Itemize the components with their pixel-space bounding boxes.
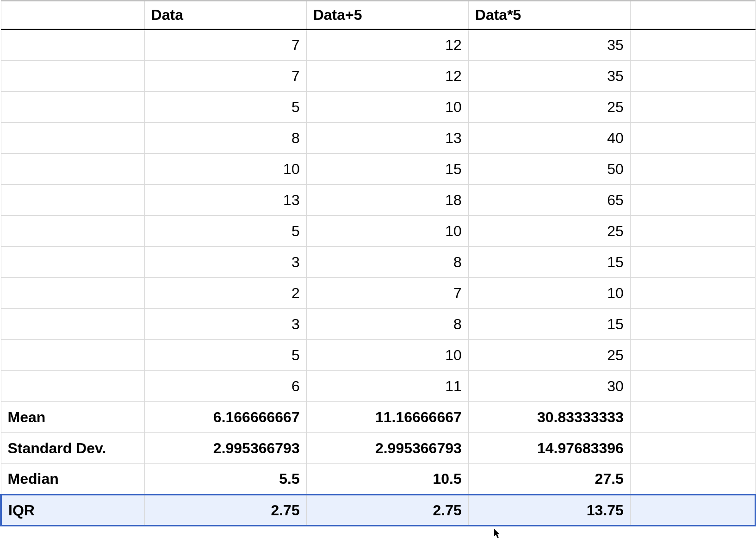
cell[interactable]: 7 <box>144 30 306 61</box>
cell[interactable] <box>1 30 144 61</box>
cell[interactable]: 10 <box>306 340 468 371</box>
table-row[interactable]: 6 11 30 <box>1 371 756 402</box>
cell-empty[interactable] <box>630 216 755 247</box>
cell[interactable]: 6 <box>144 371 306 402</box>
table-row[interactable]: 7 12 35 <box>1 30 756 61</box>
cell[interactable]: 3 <box>144 309 306 340</box>
cell[interactable] <box>1 278 144 309</box>
cell[interactable]: 5 <box>144 216 306 247</box>
cell-empty[interactable] <box>630 433 755 464</box>
summary-value[interactable]: 2.995366793 <box>306 433 468 464</box>
summary-label[interactable]: Standard Dev. <box>1 433 144 464</box>
cell[interactable] <box>1 340 144 371</box>
cell-empty[interactable] <box>630 247 755 278</box>
cell-empty[interactable] <box>630 340 755 371</box>
cell[interactable]: 5 <box>144 92 306 123</box>
cell-empty[interactable] <box>630 61 755 92</box>
summary-row-iqr[interactable]: IQR 2.75 2.75 13.75 <box>1 495 756 526</box>
table-row[interactable]: 3 8 15 <box>1 247 756 278</box>
table-row[interactable]: 13 18 65 <box>1 185 756 216</box>
summary-label[interactable]: IQR <box>1 495 144 526</box>
cell[interactable]: 40 <box>468 123 630 154</box>
cell-empty[interactable] <box>630 123 755 154</box>
cell-empty[interactable] <box>630 185 755 216</box>
cell[interactable] <box>1 154 144 185</box>
cell[interactable] <box>1 185 144 216</box>
cell[interactable]: 8 <box>306 309 468 340</box>
cell-empty[interactable] <box>630 495 755 526</box>
cell[interactable]: 12 <box>306 30 468 61</box>
cell[interactable] <box>1 309 144 340</box>
table-row[interactable]: 5 10 25 <box>1 340 756 371</box>
summary-value[interactable]: 14.97683396 <box>468 433 630 464</box>
cell[interactable] <box>1 61 144 92</box>
cell-empty[interactable] <box>630 309 755 340</box>
cell-empty[interactable] <box>630 92 755 123</box>
cell[interactable]: 15 <box>468 247 630 278</box>
cell[interactable]: 65 <box>468 185 630 216</box>
cell[interactable]: 25 <box>468 92 630 123</box>
summary-value[interactable]: 10.5 <box>306 464 468 495</box>
cell[interactable]: 3 <box>144 247 306 278</box>
cell[interactable] <box>1 216 144 247</box>
summary-value[interactable]: 2.75 <box>144 495 306 526</box>
cell[interactable]: 13 <box>144 185 306 216</box>
header-data[interactable]: Data <box>144 1 306 30</box>
cell[interactable] <box>1 247 144 278</box>
cell[interactable]: 18 <box>306 185 468 216</box>
header-row[interactable]: Data Data+5 Data*5 <box>1 1 756 30</box>
table-row[interactable]: 3 8 15 <box>1 309 756 340</box>
cell[interactable] <box>1 371 144 402</box>
cell-empty[interactable] <box>630 402 755 433</box>
summary-value[interactable]: 30.83333333 <box>468 402 630 433</box>
summary-value[interactable]: 11.16666667 <box>306 402 468 433</box>
cell-empty[interactable] <box>630 154 755 185</box>
cell[interactable]: 25 <box>468 340 630 371</box>
summary-value[interactable]: 2.75 <box>306 495 468 526</box>
cell[interactable]: 25 <box>468 216 630 247</box>
cell[interactable]: 10 <box>144 154 306 185</box>
cell[interactable]: 11 <box>306 371 468 402</box>
cell[interactable]: 50 <box>468 154 630 185</box>
summary-label[interactable]: Mean <box>1 402 144 433</box>
table-row[interactable]: 7 12 35 <box>1 61 756 92</box>
cell[interactable]: 12 <box>306 61 468 92</box>
cell[interactable]: 8 <box>306 247 468 278</box>
summary-row-median[interactable]: Median 5.5 10.5 27.5 <box>1 464 756 495</box>
cell[interactable]: 2 <box>144 278 306 309</box>
cell[interactable]: 13 <box>306 123 468 154</box>
summary-value[interactable]: 5.5 <box>144 464 306 495</box>
spreadsheet-grid[interactable]: Data Data+5 Data*5 7 12 35 7 12 35 5 10 … <box>0 0 756 526</box>
header-blank[interactable] <box>1 1 144 30</box>
cell[interactable]: 8 <box>144 123 306 154</box>
summary-value[interactable]: 2.995366793 <box>144 433 306 464</box>
header-data-times-5[interactable]: Data*5 <box>468 1 630 30</box>
summary-value[interactable]: 6.166666667 <box>144 402 306 433</box>
cell-empty[interactable] <box>630 278 755 309</box>
cell[interactable]: 7 <box>306 278 468 309</box>
cell[interactable] <box>1 123 144 154</box>
cell[interactable]: 10 <box>306 92 468 123</box>
cell[interactable]: 5 <box>144 340 306 371</box>
table-row[interactable]: 5 10 25 <box>1 92 756 123</box>
header-empty[interactable] <box>630 1 755 30</box>
table-row[interactable]: 5 10 25 <box>1 216 756 247</box>
table-row[interactable]: 10 15 50 <box>1 154 756 185</box>
cell[interactable]: 35 <box>468 61 630 92</box>
summary-label[interactable]: Median <box>1 464 144 495</box>
cell[interactable] <box>1 92 144 123</box>
cell[interactable]: 10 <box>306 216 468 247</box>
table-row[interactable]: 2 7 10 <box>1 278 756 309</box>
summary-row-mean[interactable]: Mean 6.166666667 11.16666667 30.83333333 <box>1 402 756 433</box>
table-row[interactable]: 8 13 40 <box>1 123 756 154</box>
cell[interactable]: 15 <box>468 309 630 340</box>
cell-empty[interactable] <box>630 464 755 495</box>
cell[interactable]: 10 <box>468 278 630 309</box>
cell[interactable]: 7 <box>144 61 306 92</box>
cell[interactable]: 15 <box>306 154 468 185</box>
cell[interactable]: 35 <box>468 30 630 61</box>
cell-empty[interactable] <box>630 371 755 402</box>
summary-row-stddev[interactable]: Standard Dev. 2.995366793 2.995366793 14… <box>1 433 756 464</box>
cell[interactable]: 30 <box>468 371 630 402</box>
summary-value[interactable]: 13.75 <box>468 495 630 526</box>
